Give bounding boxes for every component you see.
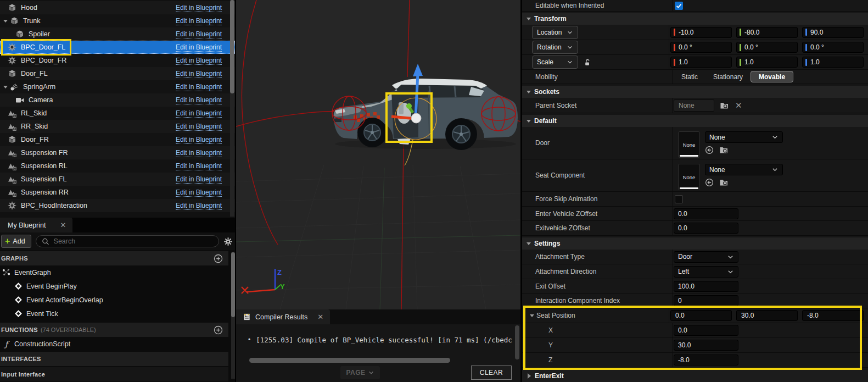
exit-offset-field[interactable]: 100.0 [674,281,738,292]
components-scrollbar[interactable] [230,0,234,217]
component-row-selected[interactable]: BPC_Door_FL Edit in Blueprint [0,41,235,54]
graph-item-event-tick[interactable]: Event Tick [0,307,228,320]
exitvehicle-zoffset-field[interactable]: 0.0 [674,223,738,234]
clear-button[interactable]: CLEAR [471,366,512,380]
enter-vehicle-zoffset-field[interactable]: 0.0 [674,208,738,219]
page-dropdown[interactable]: PAGE [340,366,380,379]
graph-item-event-actorbeginoverlap[interactable]: Event ActorBeginOverlap [0,293,228,307]
component-row[interactable]: Trunk Edit in Blueprint [0,14,235,27]
attachment-type-dropdown[interactable]: Door [674,251,738,263]
expand-arrow-icon[interactable] [528,373,531,379]
z-field[interactable]: -8.0 [674,355,738,366]
component-row[interactable]: Door_FL Edit in Blueprint [0,67,235,80]
rotation-z-field[interactable]: 0.0 ° [802,42,864,53]
compiler-scrollbar-thumb[interactable] [515,325,519,359]
compiler-message-row[interactable]: • [1255.03] Compile of BP_Vehicle succes… [248,336,513,344]
edit-in-blueprint-link[interactable]: Edit in Blueprint [176,70,222,78]
tab-compiler-results[interactable]: Compiler Results ✕ [236,309,330,324]
search-input[interactable] [54,237,213,245]
edit-in-blueprint-link[interactable]: Edit in Blueprint [176,189,222,197]
edit-in-blueprint-link[interactable]: Edit in Blueprint [176,136,222,144]
edit-in-blueprint-link[interactable]: Edit in Blueprint [176,83,222,91]
component-row[interactable]: Suspension FL Edit in Blueprint [0,173,235,186]
attachment-direction-dropdown[interactable]: Left [674,266,738,278]
scale-z-field[interactable]: 1.0 [802,57,864,68]
viewport-3d[interactable]: Z Y [236,0,520,309]
component-row[interactable]: RR_Skid Edit in Blueprint [0,120,235,133]
door-asset-thumbnail[interactable]: None [678,131,700,158]
x-field[interactable]: 0.0 [674,325,738,336]
function-item-constructionscript[interactable]: ƒ ConstructionScript [0,337,228,351]
mobility-stationary-button[interactable]: Stationary [705,71,751,82]
transform-section-header[interactable]: Transform [522,13,868,25]
browse-asset-icon[interactable] [719,178,728,187]
parent-socket-field[interactable]: None [674,99,714,112]
interaction-component-index-field[interactable]: 0 [674,295,738,306]
location-dropdown[interactable]: Location [532,26,578,39]
edit-in-blueprint-link[interactable]: Edit in Blueprint [176,202,222,210]
add-function-icon[interactable] [214,325,223,335]
collapse-arrow-icon[interactable] [527,242,531,245]
add-button[interactable]: + Add [1,235,31,248]
seat-position-y-field[interactable]: 30.0 [736,310,798,321]
edit-in-blueprint-link[interactable]: Edit in Blueprint [176,57,222,65]
component-row[interactable]: Suspension FR Edit in Blueprint [0,146,235,159]
compiler-vertical-scrollbar[interactable] [515,325,519,364]
panel-divider[interactable] [235,0,236,382]
component-row[interactable]: Door_FR Edit in Blueprint [0,133,235,146]
blueprint-scrollbar-thumb[interactable] [231,252,235,317]
edit-in-blueprint-link[interactable]: Edit in Blueprint [176,175,222,184]
use-selected-asset-icon[interactable] [705,178,714,187]
use-selected-asset-icon[interactable] [705,146,714,154]
expand-arrow-icon[interactable] [3,20,8,23]
lock-open-icon[interactable] [584,58,592,67]
browse-asset-icon[interactable] [719,146,728,154]
location-x-field[interactable]: -10.0 [670,27,732,38]
collapse-arrow-icon[interactable] [530,314,534,317]
settings-section-header[interactable]: Settings [522,237,868,250]
edit-in-blueprint-link[interactable]: Edit in Blueprint [176,4,222,12]
scale-y-field[interactable]: 1.0 [736,57,798,68]
gear-icon[interactable] [223,237,233,246]
component-row[interactable]: Camera Edit in Blueprint [0,93,235,107]
blueprint-search[interactable] [36,235,219,247]
interfaces-section-header[interactable]: INTERFACES [0,352,228,366]
edit-in-blueprint-link[interactable]: Edit in Blueprint [176,123,222,131]
component-row[interactable]: BPC_Door_FR Edit in Blueprint [0,54,235,67]
component-row[interactable]: SpringArm Edit in Blueprint [0,80,235,93]
edit-in-blueprint-link[interactable]: Edit in Blueprint [176,149,222,157]
edit-in-blueprint-link[interactable]: Edit in Blueprint [176,96,222,104]
edit-in-blueprint-link[interactable]: Edit in Blueprint [176,30,222,38]
browse-socket-icon[interactable] [720,101,729,110]
enterexit-section-header[interactable]: EnterExit [522,370,868,382]
rotation-x-field[interactable]: 0.0 ° [670,42,732,53]
tab-my-blueprint[interactable]: My Blueprint ✕ [0,218,72,232]
scale-x-field[interactable]: 1.0 [670,57,732,68]
component-row[interactable]: BPC_HoodInteraction Edit in Blueprint [0,199,235,212]
sockets-section-header[interactable]: Sockets [522,86,868,98]
scale-dropdown[interactable]: Scale [532,56,578,69]
graphs-section-header[interactable]: GRAPHS [0,251,228,265]
component-row[interactable]: Suspension RL Edit in Blueprint [0,159,235,173]
edit-in-blueprint-link[interactable]: Edit in Blueprint [176,109,222,118]
rotation-dropdown[interactable]: Rotation [532,41,578,54]
component-row[interactable]: Spoiler Edit in Blueprint [0,27,235,41]
mobility-static-button[interactable]: Static [674,71,705,82]
expand-arrow-icon[interactable] [3,86,8,88]
rotation-y-field[interactable]: 0.0 ° [736,42,798,53]
seat-position-z-field[interactable]: -8.0 [802,310,864,321]
component-row[interactable]: Hood Edit in Blueprint [0,1,235,14]
default-section-header[interactable]: Default [522,115,868,127]
y-field[interactable]: 30.0 [674,340,738,351]
location-z-field[interactable]: 90.0 [802,27,864,38]
add-graph-icon[interactable] [214,254,223,263]
compiler-horizontal-scrollbar[interactable] [249,358,450,363]
collapse-arrow-icon[interactable] [527,91,531,93]
functions-section-header[interactable]: FUNCTIONS (74 OVERRIDABLE) [0,323,228,337]
collapse-arrow-icon[interactable] [527,120,531,123]
clear-socket-icon[interactable]: ✕ [735,101,742,109]
seat-position-x-field[interactable]: 0.0 [670,310,732,321]
graph-item-event-beginplay[interactable]: Event BeginPlay [0,279,228,293]
edit-in-blueprint-link[interactable]: Edit in Blueprint [176,162,222,170]
close-icon[interactable]: ✕ [317,313,323,321]
